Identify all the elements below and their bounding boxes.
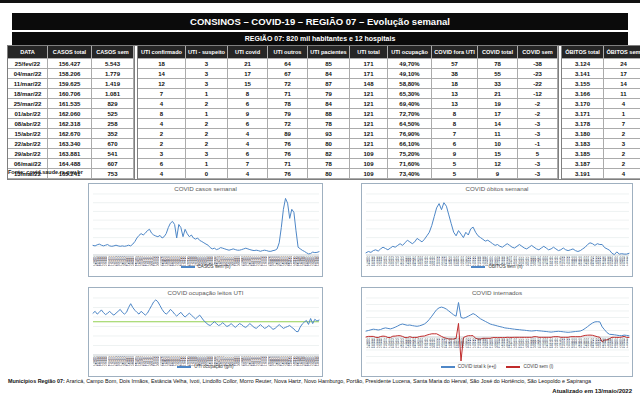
cell: 88: [308, 109, 350, 119]
cell: -22: [518, 79, 558, 89]
covid-table-body: 25/fev/22156.4275.54318321648517149,70%5…: [8, 59, 640, 179]
cell: 4: [604, 99, 640, 109]
x-axis-labels: 17/abr/2024/abr/2001/mai/2008/mai/2015/m…: [366, 338, 629, 348]
chart-plot-area: [366, 298, 629, 363]
cell: 13: [432, 99, 478, 109]
cell: 73,40%: [388, 169, 432, 179]
cell: 2: [186, 129, 228, 139]
chart-legend: UTI ocupação (g/h): [89, 357, 322, 375]
cell: 18: [138, 59, 186, 69]
cell: 1: [186, 89, 228, 99]
cell: 58,80%: [388, 79, 432, 89]
series-line: [366, 303, 629, 336]
cell: 171: [350, 69, 388, 79]
cell: 14: [604, 79, 640, 89]
series-line: [93, 198, 319, 254]
cell: 75,20%: [388, 149, 432, 159]
cell: 87: [308, 79, 350, 89]
legend-line-swatch: [441, 366, 455, 368]
cell: 4: [228, 129, 268, 139]
chart-legend: CASOS sem (b): [89, 257, 322, 275]
cell: 3: [186, 149, 228, 159]
cell: 753: [92, 169, 134, 179]
legend-label: COVID sem (l): [523, 364, 553, 369]
cell: -3: [518, 129, 558, 139]
cell: 2: [604, 129, 640, 139]
cell: 1: [604, 109, 640, 119]
cell: 72: [268, 119, 308, 129]
cell: 121: [350, 139, 388, 149]
cell: 7: [138, 89, 186, 99]
cell: 13: [432, 89, 478, 99]
cell: 82: [308, 149, 350, 159]
cell: 4: [138, 169, 186, 179]
cell: 171: [350, 59, 388, 69]
cell: 1.419: [92, 79, 134, 89]
cell: 12: [478, 159, 518, 169]
cell: 163.881: [48, 149, 92, 159]
legend-line-swatch: [181, 266, 195, 268]
cell: 7: [432, 129, 478, 139]
cell: 04/mar/22: [8, 69, 48, 79]
cell: 78: [478, 59, 518, 69]
table-row: 06/mai/22164.488607617717810971,60%512-3…: [8, 159, 640, 169]
chart-legend: ÓBITOS sem (n): [362, 257, 632, 275]
legend-entry: ÓBITOS sem (n): [471, 257, 522, 275]
chart-legend: COVID total k (e+j)COVID sem (l): [362, 357, 632, 375]
cell: 64: [268, 59, 308, 69]
legend-label: CASOS sem (b): [198, 264, 231, 269]
cell: 162.318: [48, 119, 92, 129]
cell: 72,70%: [388, 109, 432, 119]
column-header: UTI covid: [228, 46, 268, 59]
chart-title: COVID ocupação leitos UTI: [89, 289, 322, 296]
cell: 01/abr/22: [8, 109, 48, 119]
cell: 25/mar/22: [8, 99, 48, 109]
footer-municipios: Municípios Região 07: Araricá, Campo Bom…: [8, 378, 632, 384]
cell: 22/abr/22: [8, 139, 48, 149]
legend-label: UTI ocupação (g/h): [194, 364, 233, 369]
cell: 3: [138, 149, 186, 159]
cell: 163.340: [48, 139, 92, 149]
cell: 10: [478, 139, 518, 149]
cell: 76: [268, 169, 308, 179]
table-row: 15/abr/22162.670352224899312176,90%711-3…: [8, 129, 640, 139]
cell: -12: [518, 89, 558, 99]
table-row: 29/abr/22163.881541336768210975,20%91553…: [8, 149, 640, 159]
cell: 3.191: [562, 169, 604, 179]
table-row: 25/mar/22161.535829426788412169,40%1319-…: [8, 99, 640, 109]
cell: -2: [518, 99, 558, 109]
cell: 85: [308, 59, 350, 69]
cell: 11: [604, 89, 640, 99]
cell: 80: [308, 139, 350, 149]
covid-table: DATACASOS totalCASOS semUTI confirmadoUT…: [8, 46, 640, 179]
cell: 5: [432, 159, 478, 169]
cell: 6: [228, 99, 268, 109]
cell: 121: [350, 129, 388, 139]
cell: 121: [350, 99, 388, 109]
cell: 57: [432, 59, 478, 69]
cell: 352: [92, 129, 134, 139]
cell: 19: [478, 99, 518, 109]
cell: 25/fev/22: [8, 59, 48, 69]
cell: 6: [228, 149, 268, 159]
cell: -1: [518, 139, 558, 149]
cell: 9: [228, 109, 268, 119]
cell: 4: [138, 119, 186, 129]
cell: 160.706: [48, 89, 92, 99]
table-row: 25/fev/22156.4275.54318321648517149,70%5…: [8, 59, 640, 69]
cell: 9: [432, 149, 478, 159]
cell: 3.124: [562, 59, 604, 69]
cell: 2: [138, 139, 186, 149]
chart-covid-casos-semanal: COVID casos semanal17/abr/2024/abr/2001/…: [88, 183, 323, 277]
cell: -23: [518, 69, 558, 79]
column-header: COVID fora UTI: [432, 46, 478, 59]
legend-label: ÓBITOS sem (n): [488, 264, 522, 269]
table-row: 11/mar/22159.6251.41912315728714858,80%1…: [8, 79, 640, 89]
cell: 121: [350, 119, 388, 129]
cell: -38: [518, 59, 558, 69]
legend-label: COVID total k (e+j): [458, 364, 497, 369]
cell: 17: [478, 109, 518, 119]
cell: -3: [518, 169, 558, 179]
cell: 89: [268, 129, 308, 139]
cell: 0: [186, 169, 228, 179]
